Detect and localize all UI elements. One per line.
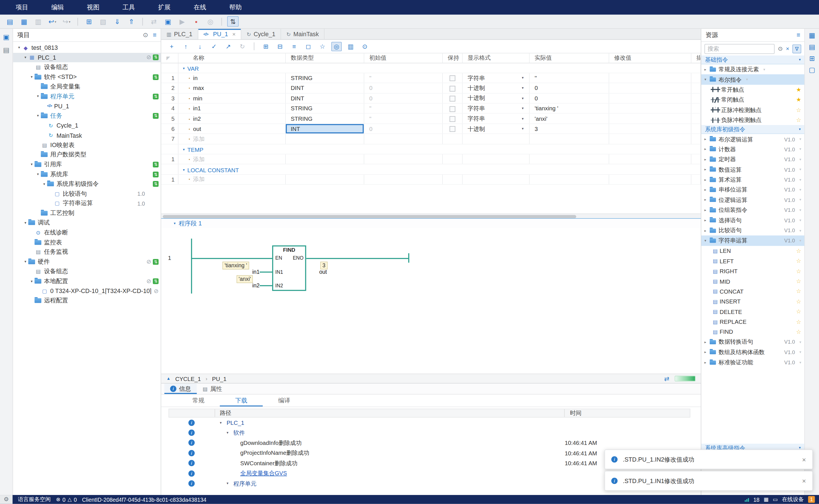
tab-MainTask[interactable]: ↻MainTask: [281, 29, 324, 39]
resource-item-算术运算[interactable]: ▸算术运算V1.0▾: [701, 175, 804, 185]
move-down-icon[interactable]: ↓: [195, 42, 205, 51]
col-header-描述[interactable]: 描述: [691, 53, 700, 63]
format-dropdown[interactable]: 字符串▾: [468, 115, 524, 122]
tree-item-任务[interactable]: ▾任务⇅: [13, 111, 161, 120]
keep-checkbox[interactable]: [449, 106, 455, 112]
resource-item-正脉冲检测触点[interactable]: ↑正脉冲检测触点☆: [701, 105, 804, 115]
tree-item-比较语句[interactable]: ▢比较语句1.0: [13, 189, 161, 199]
tree-item-IO映射表[interactable]: ▤IO映射表: [13, 140, 161, 150]
chevron-right-icon[interactable]: ▸: [704, 218, 710, 223]
resource-item-标准验证功能[interactable]: ▸标准验证功能V1.0▾: [701, 357, 804, 367]
find-block[interactable]: FIND EN ENO IN1 IN2: [272, 245, 306, 291]
tree-item-PU_1[interactable]: </>PU_1: [13, 101, 161, 111]
menu-item-工具[interactable]: 工具: [111, 3, 147, 12]
resource-item-CONCAT[interactable]: ▤CONCAT☆: [701, 286, 804, 296]
resource-item-数组及结构体函数[interactable]: ▸数组及结构体函数V1.0▾: [701, 347, 804, 357]
layout-grid-icon[interactable]: ▦: [809, 31, 815, 39]
open-project-icon[interactable]: ▦: [18, 16, 30, 27]
scrollbar-thumb[interactable]: [163, 215, 576, 218]
log-row[interactable]: i▾软件: [161, 428, 690, 438]
log-row[interactable]: i▾PLC_1: [161, 417, 690, 428]
chevron-right-icon[interactable]: ▸: [704, 137, 710, 141]
chevron-right-icon[interactable]: ▸: [704, 350, 710, 354]
menu-item-视图[interactable]: 视图: [75, 3, 111, 12]
breadcrumb-item[interactable]: CYCLE_1: [175, 375, 201, 382]
resource-search-input[interactable]: [704, 44, 775, 53]
breadcrumb-item[interactable]: PU_1: [212, 375, 227, 382]
col-header-初始值[interactable]: 初始值: [364, 53, 442, 63]
tree-item-调试[interactable]: ▾调试: [13, 218, 161, 228]
search-icon[interactable]: ⊙: [778, 45, 783, 52]
horizontal-scrollbar[interactable]: [161, 214, 701, 218]
resource-item-数据转换语句[interactable]: ▸数据转换语句V1.0▾: [701, 337, 804, 347]
log-row[interactable]: igDownloadInfo删除成功10:46:41 AM: [161, 438, 690, 448]
tree-item-0 T324-XP-CD-10_1[T324-XP-CD-10][interactable]: ▢0 T324-XP-CD-10_1[T324-XP-CD-10]⊘: [13, 286, 161, 296]
favorite-star-icon[interactable]: ☆: [796, 117, 801, 124]
tab-Cycle_1[interactable]: ↻Cycle_1: [241, 29, 281, 39]
resource-item-数值运算[interactable]: ▸数值运算V1.0▾: [701, 165, 804, 175]
subtab-下载[interactable]: 下载: [220, 397, 263, 406]
tree-item-监控表[interactable]: 监控表: [13, 238, 161, 247]
tab-PU_1[interactable]: </>PU_1×: [198, 29, 241, 39]
chevron-right-icon[interactable]: ▸: [704, 167, 710, 172]
favorite-star-icon[interactable]: ☆: [796, 318, 801, 325]
resource-item-布尔指令[interactable]: ▾布尔指令▾: [701, 74, 804, 85]
search-icon[interactable]: ⊙: [143, 31, 148, 39]
operand-in2-name[interactable]: in2: [236, 282, 260, 288]
sort-view-icon[interactable]: ⇅: [227, 16, 239, 27]
close-icon[interactable]: ×: [232, 31, 236, 37]
comment-icon[interactable]: ◻: [303, 42, 313, 51]
col-header-显示格式[interactable]: 显示格式: [462, 53, 529, 63]
monitor-icon[interactable]: ▣: [162, 16, 174, 27]
apps-icon[interactable]: ⊞: [83, 16, 95, 27]
ladder-canvas[interactable]: FIND EN ENO IN1 IN2 'tianxing ' in1 'anx…: [178, 228, 701, 374]
favorite-star-icon[interactable]: ☆: [796, 268, 801, 274]
find-icon[interactable]: ⊙: [360, 42, 370, 51]
chevron-right-icon[interactable]: ▸: [704, 360, 710, 365]
var-row-TEMP-add[interactable]: 1▪添加: [161, 154, 700, 164]
format-dropdown[interactable]: 十进制▾: [468, 94, 524, 102]
favorite-star-icon[interactable]: ☆: [796, 258, 801, 264]
settings-gear-icon[interactable]: ⚙: [0, 495, 12, 504]
chart-icon[interactable]: ▥: [345, 42, 356, 51]
tree-item-系统库[interactable]: ▾系统库⇅: [13, 169, 161, 179]
keep-checkbox[interactable]: [449, 96, 455, 102]
chevron-right-icon[interactable]: ▸: [704, 208, 710, 212]
keep-checkbox[interactable]: [449, 116, 455, 122]
favorite-star-icon[interactable]: ★: [796, 96, 801, 103]
col-header-名称[interactable]: 名称: [178, 53, 285, 63]
var-row-min[interactable]: 3▪minDINT0十进制▾0: [161, 93, 700, 104]
collapse-panel-icon[interactable]: ▲: [166, 376, 171, 381]
var-row-in[interactable]: 1▪inSTRING''字符串▾'': [161, 73, 700, 83]
menu-item-项目[interactable]: 项目: [4, 3, 40, 12]
favorite-star-icon[interactable]: ☆: [796, 308, 801, 315]
download-icon[interactable]: ⇓: [111, 16, 123, 27]
panel-tab-属性[interactable]: ▤属性: [197, 384, 228, 394]
keep-checkbox[interactable]: [449, 76, 455, 81]
chevron-right-icon[interactable]: ▸: [704, 67, 710, 72]
favorite-star-icon[interactable]: ☆: [796, 329, 801, 335]
export-icon[interactable]: ↗: [223, 42, 233, 51]
resource-item-LEN[interactable]: ▤LEN☆: [701, 246, 804, 256]
outline-icon[interactable]: ▤: [3, 46, 10, 54]
device-icon[interactable]: ▭: [773, 497, 778, 502]
operand-in1-name[interactable]: in1: [236, 268, 260, 275]
var-row-out[interactable]: 6▪outINT0十进制▾3: [161, 124, 700, 134]
keep-checkbox[interactable]: [449, 86, 455, 91]
tree-item-软件 <STD>[interactable]: ▾软件 <STD>⇅: [13, 72, 161, 82]
upload-icon[interactable]: ⇑: [126, 16, 137, 27]
clear-search-icon[interactable]: ×: [786, 46, 789, 52]
favorite-star-icon[interactable]: ★: [796, 86, 801, 93]
undo-icon[interactable]: ↩▾: [47, 16, 58, 27]
favorite-star-icon[interactable]: ☆: [796, 298, 801, 305]
tree-item-Cycle_1[interactable]: ↻Cycle_1: [13, 121, 161, 130]
tree-item-在线诊断[interactable]: ⊙在线诊断: [13, 228, 161, 237]
chevron-right-icon[interactable]: ▸: [704, 198, 710, 202]
tree-item-用户数据类型[interactable]: 用户数据类型: [13, 150, 161, 160]
subtab-编译[interactable]: 编译: [263, 397, 306, 406]
tree-item-工艺控制[interactable]: 工艺控制: [13, 208, 161, 218]
menu-item-在线[interactable]: 在线: [182, 3, 218, 12]
insert-row-below-icon[interactable]: ⊟: [275, 42, 285, 51]
favorite-icon[interactable]: ☆: [317, 42, 328, 51]
tree-item-引用库[interactable]: ▾引用库⇅: [13, 160, 161, 169]
